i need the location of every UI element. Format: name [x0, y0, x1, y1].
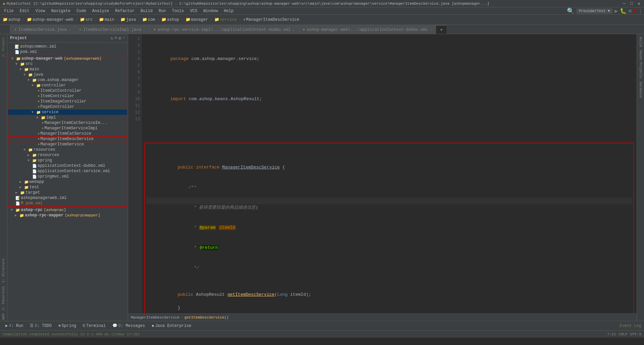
- sync-icon[interactable]: ↻: [111, 36, 113, 41]
- java-file-icon2: ●: [79, 28, 81, 31]
- panel-structure[interactable]: 3: Structure: [1, 257, 6, 284]
- main-folder-icon: 📁: [24, 67, 29, 72]
- breadcrumb-ashop-manager-web[interactable]: 📁 ashop-manager-web: [27, 17, 73, 22]
- panel-web[interactable]: Web: [1, 312, 6, 321]
- panel-build[interactable]: Build: [638, 36, 643, 48]
- search-icon[interactable]: 🔍: [567, 7, 574, 15]
- menu-tools[interactable]: Tools: [169, 8, 187, 14]
- tab-itemdescservice[interactable]: ● ItemDescService.java ✕: [10, 25, 75, 34]
- tree-service-xml[interactable]: 📄 applicationContext-service.xml: [8, 168, 127, 174]
- tree-spring[interactable]: ▼ 📁 spring: [8, 158, 127, 163]
- menu-window[interactable]: Window: [201, 8, 220, 14]
- breadcrumb-service[interactable]: 📁 service: [214, 17, 237, 22]
- btn-todo[interactable]: ☰ 6: TODO: [27, 323, 54, 329]
- code-content[interactable]: package com.ashop.manager.service; impor…: [142, 34, 637, 314]
- breadcrumb-java[interactable]: 📁 java: [120, 17, 136, 22]
- tree-webapp[interactable]: ▶ 📁 webapp: [8, 179, 127, 185]
- btn-messages[interactable]: 💬 0: Messages: [110, 323, 148, 329]
- panel-maven[interactable]: Maven Projects: [638, 49, 643, 80]
- tab-itemdescserviceimpl[interactable]: ● ItemDescServiceImpl.java ✕: [75, 25, 149, 34]
- tree-managerserviceimp[interactable]: ● ManagerItemServiceImpl: [8, 126, 127, 131]
- tree-main[interactable]: ▼ 📁 main: [8, 67, 127, 72]
- build-button[interactable]: ⚙: [629, 8, 631, 14]
- menu-run[interactable]: Run: [156, 8, 169, 14]
- tab-close-3[interactable]: ✕: [292, 28, 294, 32]
- menu-code[interactable]: Code: [74, 8, 89, 14]
- tree-springmvc-xml[interactable]: 📄 springmvc.xml: [8, 174, 127, 179]
- settings-icon[interactable]: ⚙: [118, 36, 121, 41]
- menu-build[interactable]: Build: [138, 8, 155, 14]
- tab-manager-dubbo[interactable]: ● ashop-manager-web\...\applicationConte…: [299, 25, 436, 34]
- stop-button[interactable]: ■: [634, 8, 636, 14]
- expand-arrow-main: ▼: [19, 68, 23, 71]
- bottom-toolbar: ▶ 4: Run ☰ 6: TODO ☘ Spring ⎘ Terminal 💬…: [0, 321, 644, 330]
- tree-service[interactable]: ▼ 📁 service: [8, 110, 127, 115]
- breadcrumb-ashop2[interactable]: 📁 ashop: [161, 17, 179, 22]
- menu-vcs[interactable]: VCS: [187, 8, 200, 14]
- sidebar-tree: 📝 ashopcommon.iml 📄 pom.xml ▼ 📁 ashop-ma…: [7, 43, 128, 321]
- event-log-btn[interactable]: Event Log: [620, 324, 641, 328]
- breadcrumb-src[interactable]: 📁 src: [80, 17, 93, 22]
- tree-itemctrl[interactable]: ● ItemController: [8, 93, 127, 99]
- tree-dubbo-xml[interactable]: 📄 applicationContext-dubbo.xml: [8, 163, 127, 168]
- collapse-icon[interactable]: ≡: [115, 36, 117, 41]
- tree-src[interactable]: ▼ 📁 src: [8, 61, 127, 67]
- maximize-button[interactable]: □: [629, 1, 634, 6]
- tree-managercatserviceimp[interactable]: ● ManagerItemCatServiceIm...: [8, 120, 127, 126]
- tree-managerservice[interactable]: ● ManagerItemService: [8, 142, 127, 147]
- tree-pagectrl[interactable]: ● PageController: [8, 104, 127, 110]
- tree-itemcatctrl[interactable]: ● ItemCatController: [8, 88, 127, 93]
- tree-java[interactable]: ▼ 📁 java: [8, 72, 127, 77]
- panel-favorites[interactable]: 2: Favorites: [1, 285, 6, 312]
- debug-button[interactable]: 🐛: [620, 8, 627, 14]
- panel-project[interactable]: 1: Project: [1, 36, 6, 58]
- menu-navigate[interactable]: Navigate: [48, 8, 73, 14]
- tree-target[interactable]: ▶ 📁 target: [8, 190, 127, 195]
- menu-file[interactable]: File: [1, 8, 16, 14]
- tab-rpc-dubbo[interactable]: ● ashop-rpc-service-impl\...\application…: [149, 25, 299, 34]
- btn-spring[interactable]: ☘ Spring: [56, 323, 79, 329]
- tree-resources-sub[interactable]: ▶ 📁 resources: [8, 152, 127, 158]
- breadcrumb-ashop[interactable]: 📁 ashop: [3, 17, 20, 22]
- menu-help[interactable]: Help: [221, 8, 236, 14]
- run-config-dropdown[interactable]: ProviderTest ▼: [576, 8, 612, 14]
- btn-terminal[interactable]: ⎘ Terminal: [80, 323, 108, 329]
- breadcrumb-main[interactable]: 📁 main: [99, 17, 114, 22]
- menu-view[interactable]: View: [33, 8, 48, 14]
- tree-ashopcommon[interactable]: 📝 ashopcommon.iml: [7, 44, 128, 49]
- tree-impl[interactable]: ▼ 📁 impl: [8, 115, 127, 120]
- tree-com-ashop-manager[interactable]: ▼ 📁 com.ashop.manager: [8, 77, 127, 83]
- close-button[interactable]: ✕: [637, 1, 641, 6]
- tree-managercatservice[interactable]: ● ManagerItemCatService: [8, 131, 127, 136]
- tab-close-4[interactable]: ✕: [430, 28, 432, 32]
- tree-managerdescservice[interactable]: ● ManagerItemDescService: [8, 136, 127, 142]
- btn-run[interactable]: ▶ 4: Run: [3, 323, 26, 329]
- breadcrumb-manager[interactable]: 📁 manager: [185, 17, 208, 22]
- run-button[interactable]: ▶: [615, 8, 618, 14]
- tab-managerdescservice-active[interactable]: ●: [436, 25, 446, 34]
- editor-breadcrumb: ManagerItemDescService › getItemDescServ…: [128, 314, 637, 321]
- menu-edit[interactable]: Edit: [17, 8, 32, 14]
- breadcrumb-file[interactable]: ● ManagerItemDescService: [243, 17, 300, 22]
- tree-test[interactable]: ▶ 📁 test: [8, 185, 127, 190]
- tree-ashop-manager-web[interactable]: ▼ 📁 ashop-manager-web [ashopmanagerweb]: [8, 56, 127, 61]
- tree-pom2[interactable]: 📄 M pom.xml: [8, 201, 127, 206]
- tree-ashop-rpc[interactable]: ▼ 📁 ashop-rpc [ashoprpc]: [7, 207, 128, 213]
- breadcrumb-com[interactable]: 📁 com: [142, 17, 155, 22]
- tree-ashop-rpc-mapper[interactable]: ▶ 📁 ashop-rpc-mapper [ashoprpcmapper]: [7, 213, 128, 218]
- more-buttons[interactable]: ⋮: [638, 8, 643, 14]
- tree-resources-main[interactable]: ▼ 📁 resources: [8, 147, 127, 152]
- close-sidebar-icon[interactable]: −: [122, 36, 125, 41]
- btn-java-enterprise[interactable]: ◆ Java Enterprise: [149, 323, 194, 329]
- java-icon-catservice: ●: [38, 132, 40, 136]
- tab-close-2[interactable]: ✕: [143, 28, 145, 32]
- tree-controller[interactable]: ▼ 📁 controller: [8, 83, 127, 88]
- menu-refactor[interactable]: Refactor: [112, 8, 137, 14]
- minimize-button[interactable]: —: [622, 1, 627, 6]
- tree-ashopmanagerweb-iml[interactable]: 📝 ashopmanagerweb.iml: [8, 195, 127, 201]
- tab-close-1[interactable]: ✕: [69, 28, 71, 32]
- panel-database[interactable]: Database: [638, 80, 643, 99]
- menu-analyze[interactable]: Analyze: [90, 8, 112, 14]
- tree-pom1[interactable]: 📄 pom.xml: [7, 49, 128, 55]
- tree-itemimgctrl[interactable]: ● ItemImageController: [8, 99, 127, 104]
